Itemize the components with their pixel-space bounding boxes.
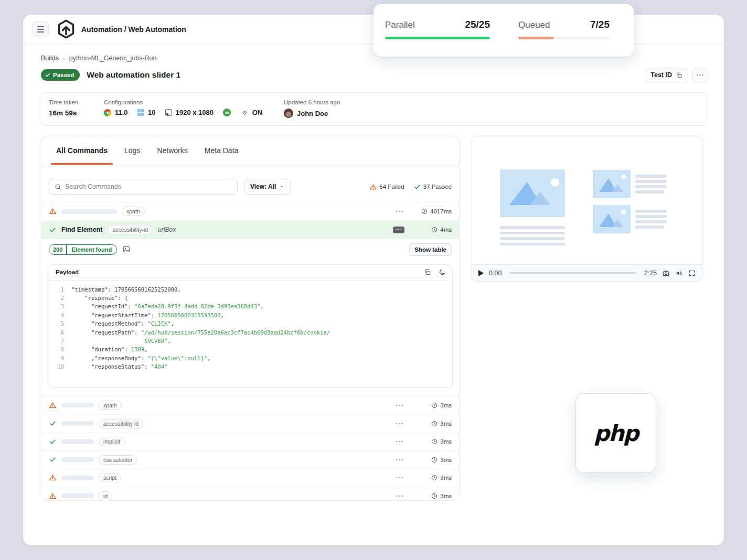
app-title: Automation / Web Automation: [81, 25, 186, 34]
check-icon: [45, 72, 50, 78]
warning-icon: [49, 474, 57, 481]
command-row[interactable]: xpath ··· 3ms: [41, 396, 459, 415]
updated-label: Updated 6 hours ago: [284, 99, 340, 105]
row-menu-button[interactable]: ···: [396, 456, 405, 464]
selected-command-row[interactable]: Find Element accessibility-id urlBox ···…: [41, 221, 459, 239]
locator-tag: id: [99, 491, 112, 501]
row-duration: 3ms: [414, 475, 452, 481]
skeleton-bar: [61, 439, 94, 444]
page-title: Web automation slider 1: [87, 70, 180, 80]
tab-networks[interactable]: Networks: [157, 136, 187, 165]
locator-tag: css selector: [99, 455, 137, 465]
command-name: Find Element: [61, 226, 102, 233]
clock-icon: [431, 227, 437, 233]
breadcrumb: Builds › python-ML_Generic_jobs-Run: [41, 55, 156, 62]
more-options-button[interactable]: ···: [692, 68, 708, 82]
tab-all-commands[interactable]: All Commands: [56, 136, 108, 165]
video-controls: 0:00 2:25: [472, 264, 702, 281]
payload-title: Payload: [56, 269, 79, 275]
session-info-card: Time taken 16m 59s Configurations 11.0 ·…: [41, 92, 708, 126]
row-duration: 3ms: [414, 493, 452, 499]
breadcrumb-builds-link[interactable]: Builds: [41, 55, 59, 62]
concurrency-stats-card: Parallel 25/25 Queued 7/25: [374, 4, 634, 57]
skeleton-bar: [61, 421, 94, 426]
warning-icon: [370, 184, 377, 190]
play-button[interactable]: [478, 270, 484, 276]
user-name: John Doe: [297, 110, 328, 117]
chevron-right-icon: ›: [63, 55, 65, 61]
clock-icon: [431, 438, 437, 445]
php-logo: php: [594, 421, 638, 446]
warning-icon: [49, 492, 57, 500]
command-row[interactable]: css selector ··· 3ms: [41, 450, 459, 469]
duration-time: 2:25: [644, 270, 657, 277]
check-icon: [49, 420, 57, 427]
row-menu-button[interactable]: ···: [396, 208, 405, 215]
network-state: ON: [252, 109, 263, 116]
view-filter-dropdown[interactable]: View: All: [244, 179, 291, 195]
search-icon: [55, 184, 61, 190]
row-menu-button[interactable]: ···: [396, 492, 405, 500]
tab-logs[interactable]: Logs: [124, 136, 140, 165]
video-stage[interactable]: [472, 136, 702, 264]
row-menu-button[interactable]: ···: [396, 402, 405, 409]
locator-tag: accessibility id: [99, 419, 143, 428]
row-menu-button-active[interactable]: ···: [393, 227, 404, 233]
status-badge: Passed: [41, 69, 80, 81]
placeholder-image-large: [500, 169, 565, 217]
skeleton-bar: [61, 457, 94, 462]
row-duration: 4ms: [414, 227, 452, 233]
video-player-card: 0:00 2:25: [472, 136, 702, 282]
parallel-label: Parallel: [385, 20, 415, 30]
payload-code[interactable]: 1"timestamp": 1705665601625252000,2 "res…: [49, 281, 452, 371]
row-menu-button[interactable]: ···: [396, 420, 405, 427]
row-menu-button[interactable]: ···: [396, 438, 405, 445]
volume-icon[interactable]: [675, 270, 683, 277]
selenium-icon: se: [223, 109, 231, 116]
locator-tag: accessibility-id: [108, 225, 153, 234]
command-row[interactable]: id ··· 3ms: [41, 487, 459, 501]
clock-icon: [431, 457, 437, 463]
check-icon: [49, 227, 57, 233]
queued-progress-bar: [518, 37, 610, 39]
locator-tag: script: [99, 473, 121, 482]
clock-icon: [431, 402, 437, 408]
test-id-button[interactable]: Test ID: [645, 68, 688, 82]
command-list: xpath ··· 3ms accessibility id ··· 3ms i…: [41, 396, 459, 501]
locator-tag: xpath: [122, 207, 145, 216]
command-row[interactable]: implicit ··· 3ms: [41, 433, 459, 451]
command-row[interactable]: xpath ··· 4017ms: [41, 202, 459, 221]
clock-icon: [431, 475, 437, 481]
command-row[interactable]: script ··· 3ms: [41, 469, 459, 487]
network-icon: [241, 109, 249, 116]
warning-icon: [49, 208, 57, 215]
tab-bar: All Commands Logs Networks Meta Data: [41, 136, 459, 165]
seek-bar[interactable]: [510, 272, 635, 274]
command-row[interactable]: accessibility id ··· 3ms: [41, 414, 459, 433]
row-duration: 4017ms: [414, 208, 452, 214]
time-taken-value: 16m 59s: [49, 109, 78, 117]
breadcrumb-current: python-ML_Generic_jobs-Run: [69, 55, 157, 62]
failed-count: 54 Failed: [370, 184, 404, 190]
row-menu-button[interactable]: ···: [396, 474, 405, 481]
os-version: 10: [148, 109, 155, 116]
row-duration: 3ms: [414, 402, 452, 408]
command-result-row: 200 Element found Show table: [41, 239, 459, 260]
screenshot-icon[interactable]: [122, 245, 131, 253]
theme-toggle-moon-icon[interactable]: [439, 268, 446, 276]
fullscreen-icon[interactable]: [688, 270, 696, 277]
commands-panel: All Commands Logs Networks Meta Data Vie…: [41, 136, 460, 501]
avatar: [284, 109, 293, 118]
copy-icon[interactable]: [424, 268, 431, 276]
skeleton-bar: [61, 493, 94, 498]
tab-meta-data[interactable]: Meta Data: [205, 136, 239, 165]
hamburger-menu-button[interactable]: [33, 21, 49, 37]
parallel-stat: Parallel 25/25: [385, 19, 490, 57]
php-language-card[interactable]: php: [575, 393, 656, 473]
chevron-down-icon: [279, 184, 284, 189]
search-commands-input[interactable]: [65, 183, 232, 190]
show-table-button[interactable]: Show table: [409, 243, 452, 256]
camera-icon[interactable]: [662, 270, 670, 277]
check-icon: [49, 438, 57, 445]
queued-label: Queued: [518, 20, 550, 30]
